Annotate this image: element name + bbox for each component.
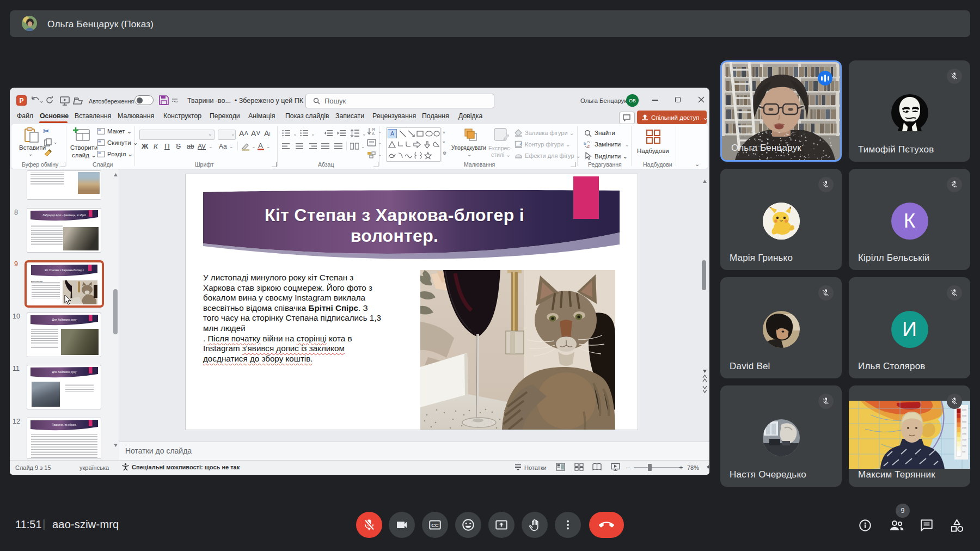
svg-text:1000: 1000 [962,445,966,447]
svg-text:Кіт Степан з Харкова-блогер і: Кіт Степан з Харкова-блогер і [45,268,83,272]
svg-text:2000: 2000 [962,433,966,435]
svg-text:2500: 2500 [962,427,966,429]
svg-text:CC: CC [431,523,439,528]
svg-text:3000: 3000 [962,421,966,423]
svg-text:4000: 4000 [962,409,966,411]
svg-text:Автозбереження: Автозбереження [89,98,134,105]
svg-text:c: c [587,144,590,149]
svg-text:P: P [19,97,23,105]
svg-text:А: А [372,131,375,136]
svg-text:Для бойового духу: Для бойового духу [52,370,77,374]
svg-text:Тварини, як зброя.: Тварини, як зброя. [52,423,77,426]
svg-text:3500: 3500 [962,415,966,417]
svg-text:Для бойового духу: Для бойового духу [52,318,77,321]
svg-text:Лабрадор Арчі - фахівець, зі з: Лабрадор Арчі - фахівець, зі зброї [42,213,86,217]
svg-text:b: b [584,141,586,146]
svg-text:1500: 1500 [962,439,966,441]
svg-text:500: 500 [962,451,965,453]
